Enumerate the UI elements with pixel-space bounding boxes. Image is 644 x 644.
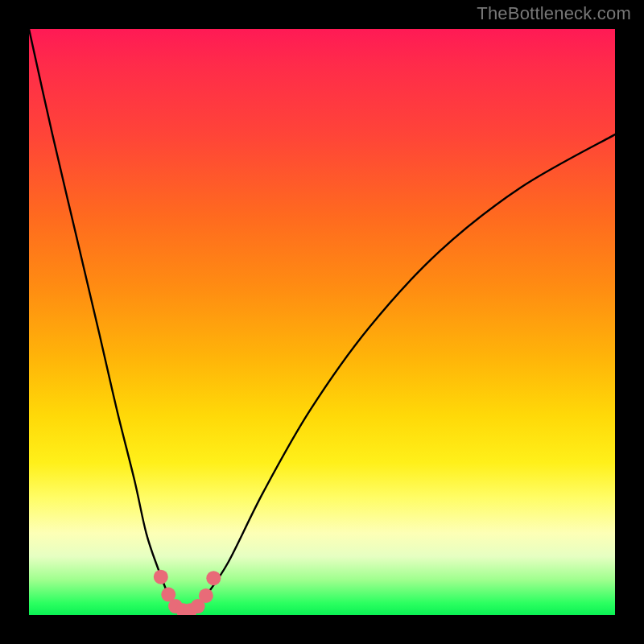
bottleneck-curve [29, 29, 615, 615]
plot-area [29, 29, 615, 615]
trough-marker [154, 570, 168, 584]
chart-svg [29, 29, 615, 615]
chart-frame: TheBottleneck.com [0, 0, 644, 644]
trough-marker [199, 588, 213, 603]
watermark-text: TheBottleneck.com [477, 3, 631, 24]
trough-markers [154, 570, 221, 615]
trough-marker [206, 571, 221, 585]
